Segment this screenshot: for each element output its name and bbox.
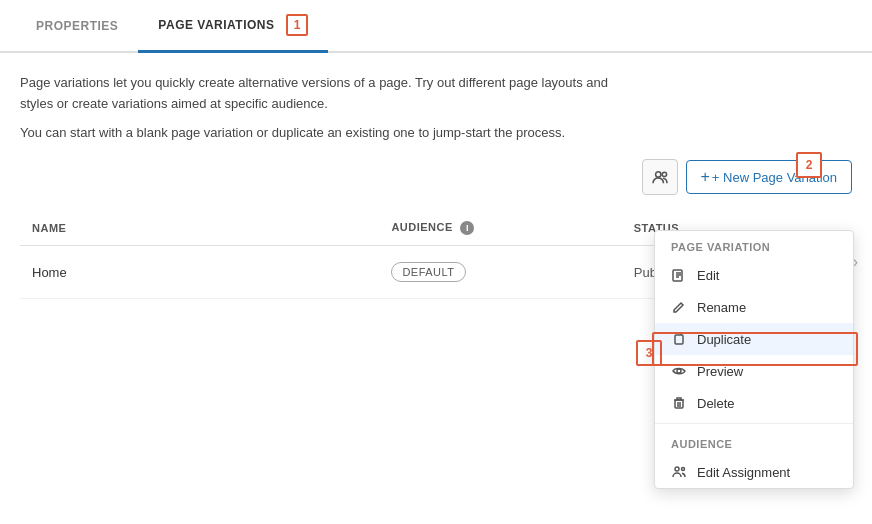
svg-point-7 bbox=[682, 468, 685, 471]
dropdown-edit[interactable]: Edit bbox=[655, 259, 853, 291]
new-variation-plus: + bbox=[701, 169, 710, 185]
dropdown-section-page-variation: PAGE VARIATION bbox=[655, 231, 853, 259]
tab-page-variations[interactable]: PAGE VARIATIONS 1 bbox=[138, 0, 328, 53]
dropdown-delete[interactable]: Delete bbox=[655, 387, 853, 419]
description-block: Page variations let you quickly create a… bbox=[20, 73, 620, 143]
svg-point-4 bbox=[677, 369, 681, 373]
dropdown-rename[interactable]: Rename bbox=[655, 291, 853, 323]
new-page-variation-button[interactable]: + + New Page Variation bbox=[686, 160, 852, 194]
description-line3: You can start with a blank page variatio… bbox=[20, 123, 620, 144]
delete-icon bbox=[671, 395, 687, 411]
rename-icon bbox=[671, 299, 687, 315]
dropdown-edit-assignment-label: Edit Assignment bbox=[697, 465, 790, 480]
dropdown-preview[interactable]: Preview bbox=[655, 355, 853, 387]
svg-rect-3 bbox=[675, 335, 683, 344]
svg-point-6 bbox=[675, 467, 679, 471]
tab-properties[interactable]: PROPERTIES bbox=[16, 5, 138, 47]
audience-badge: DEFAULT bbox=[391, 262, 465, 282]
svg-rect-5 bbox=[675, 400, 683, 408]
dropdown-duplicate[interactable]: Duplicate bbox=[655, 323, 853, 355]
duplicate-icon bbox=[671, 331, 687, 347]
action-row: + + New Page Variation bbox=[20, 159, 852, 195]
description-line1: Page variations let you quickly create a… bbox=[20, 73, 620, 94]
dropdown-menu: PAGE VARIATION Edit Rename Duplicate bbox=[654, 230, 854, 489]
audience-icon-button[interactable] bbox=[642, 159, 678, 195]
audience-info-icon: i bbox=[460, 221, 474, 235]
edit-icon bbox=[671, 267, 687, 283]
dropdown-rename-label: Rename bbox=[697, 300, 746, 315]
dropdown-delete-label: Delete bbox=[697, 396, 735, 411]
dropdown-duplicate-label: Duplicate bbox=[697, 332, 751, 347]
dropdown-divider bbox=[655, 423, 853, 424]
col-audience-header: AUDIENCE i bbox=[379, 211, 621, 246]
annotation-badge-3: 3 bbox=[636, 340, 662, 366]
dropdown-preview-label: Preview bbox=[697, 364, 743, 379]
tab-properties-label: PROPERTIES bbox=[36, 19, 118, 33]
tab-page-variations-label: PAGE VARIATIONS bbox=[158, 18, 274, 32]
row-audience: DEFAULT bbox=[379, 246, 621, 299]
annotation-badge-2: 2 bbox=[796, 152, 822, 178]
dropdown-section-audience: AUDIENCE bbox=[655, 428, 853, 456]
edit-assignment-icon bbox=[671, 464, 687, 480]
tab-badge-1: 1 bbox=[286, 14, 308, 36]
dropdown-edit-assignment[interactable]: Edit Assignment bbox=[655, 456, 853, 488]
tabs-bar: PROPERTIES PAGE VARIATIONS 1 › bbox=[0, 0, 872, 53]
dropdown-edit-label: Edit bbox=[697, 268, 719, 283]
svg-point-1 bbox=[662, 173, 666, 177]
svg-point-0 bbox=[655, 172, 660, 177]
description-line2: styles or create variations aimed at spe… bbox=[20, 94, 620, 115]
col-name-header: NAME bbox=[20, 211, 379, 246]
row-name: Home bbox=[20, 246, 379, 299]
preview-icon bbox=[671, 363, 687, 379]
